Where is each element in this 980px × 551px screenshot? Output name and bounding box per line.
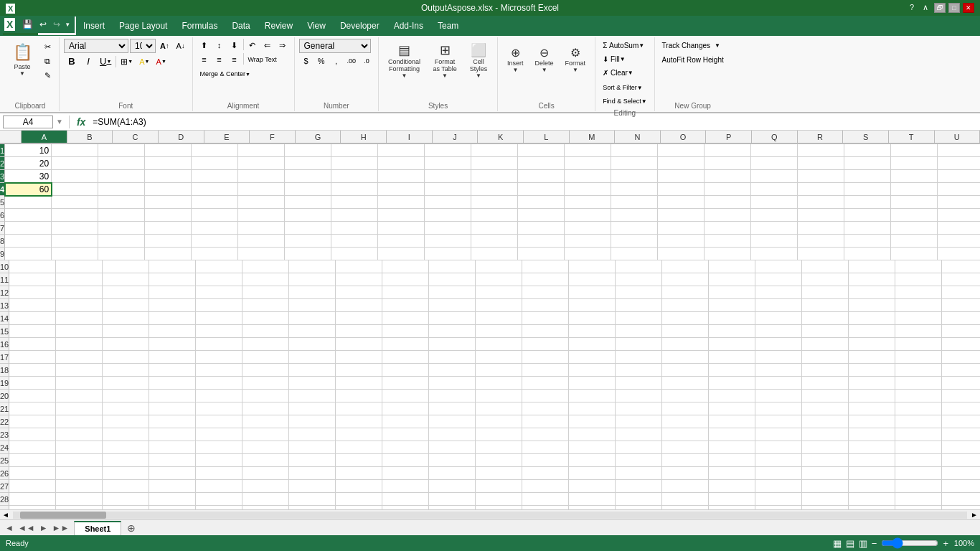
- cell-M2[interactable]: [565, 157, 611, 170]
- font-color-btn[interactable]: A▼: [154, 55, 169, 68]
- col-header-T[interactable]: T: [889, 131, 935, 143]
- cell-D3[interactable]: [145, 170, 192, 183]
- cell-reference-box[interactable]: A4: [3, 116, 53, 128]
- cell-G2[interactable]: [285, 157, 331, 170]
- col-header-K[interactable]: K: [478, 131, 524, 143]
- cell-I3[interactable]: [378, 170, 425, 183]
- cell-A2[interactable]: 20: [5, 157, 52, 170]
- menu-review[interactable]: Review: [258, 19, 300, 33]
- scroll-right-btn[interactable]: ►: [969, 511, 980, 519]
- cell-C3[interactable]: [98, 170, 145, 183]
- col-header-O[interactable]: O: [661, 131, 707, 143]
- col-header-H[interactable]: H: [341, 131, 387, 143]
- sheet-tab-add[interactable]: ⊕: [123, 522, 140, 534]
- cell-C1[interactable]: [98, 144, 145, 157]
- sheet-tab-sheet1[interactable]: Sheet1: [74, 521, 121, 535]
- cell-N4[interactable]: [611, 183, 658, 196]
- cell-G4[interactable]: [285, 183, 331, 196]
- menu-data[interactable]: Data: [225, 19, 257, 33]
- font-name-select[interactable]: Arial: [64, 39, 128, 53]
- col-header-B[interactable]: B: [67, 131, 113, 143]
- delete-cells-btn[interactable]: ⊖ Delete ▼: [530, 39, 559, 80]
- col-header-N[interactable]: N: [615, 131, 661, 143]
- cell-I4[interactable]: [378, 183, 425, 196]
- cell-S3[interactable]: [844, 170, 891, 183]
- cell-J3[interactable]: [425, 170, 471, 183]
- font-size-select[interactable]: 10: [130, 39, 156, 53]
- cell-P4[interactable]: [705, 183, 751, 196]
- cell-B3[interactable]: [52, 170, 98, 183]
- indent-btn[interactable]: ⇐: [260, 39, 275, 52]
- cell-K2[interactable]: [471, 157, 518, 170]
- cell-L1[interactable]: [518, 144, 565, 157]
- grid-scroll-area[interactable]: 1 10: [0, 144, 980, 509]
- zoom-out-btn[interactable]: −: [872, 538, 877, 549]
- horizontal-scrollbar[interactable]: ◄ ►: [0, 509, 980, 519]
- wrap-text-btn[interactable]: Wrap Text: [245, 53, 280, 66]
- zoom-level[interactable]: 100%: [953, 539, 974, 547]
- clear-btn[interactable]: ✗ Clear ▼: [600, 66, 636, 79]
- align-bottom-btn[interactable]: ⬇: [227, 39, 242, 52]
- cell-P1[interactable]: [705, 144, 751, 157]
- cell-P3[interactable]: [705, 170, 751, 183]
- cell-M4[interactable]: [565, 183, 611, 196]
- cell-E3[interactable]: [192, 170, 238, 183]
- row-num-2[interactable]: 2: [0, 157, 5, 170]
- sheet-nav-first[interactable]: ◄◄: [16, 523, 37, 533]
- cell-N1[interactable]: [611, 144, 658, 157]
- col-header-A[interactable]: A: [22, 131, 67, 143]
- sort-filter-btn[interactable]: Sort & Filter ▼: [600, 81, 645, 94]
- cell-T2[interactable]: [891, 157, 938, 170]
- borders-button[interactable]: ⊞▼: [118, 55, 136, 68]
- col-header-U[interactable]: U: [935, 131, 981, 143]
- underline-button[interactable]: U▼: [97, 55, 114, 68]
- cell-S2[interactable]: [844, 157, 891, 170]
- cell-B2[interactable]: [52, 157, 98, 170]
- help-btn[interactable]: ?: [907, 3, 917, 13]
- cell-L3[interactable]: [518, 170, 565, 183]
- cell-A1[interactable]: 10: [5, 144, 52, 157]
- col-header-P[interactable]: P: [706, 131, 752, 143]
- cell-U1[interactable]: [938, 144, 980, 157]
- cell-T3[interactable]: [891, 170, 938, 183]
- fill-color-btn[interactable]: A▼: [136, 55, 152, 68]
- increase-font-btn[interactable]: A↑: [157, 39, 172, 52]
- cell-F3[interactable]: [238, 170, 285, 183]
- zoom-in-btn[interactable]: +: [943, 538, 948, 549]
- cell-T1[interactable]: [891, 144, 938, 157]
- scroll-left-btn[interactable]: ◄: [0, 511, 11, 519]
- cell-E1[interactable]: [192, 144, 238, 157]
- row-num-4[interactable]: 4: [0, 183, 5, 196]
- align-right-btn[interactable]: ≡: [227, 53, 242, 66]
- number-format-select[interactable]: General: [299, 39, 371, 53]
- col-header-R[interactable]: R: [798, 131, 844, 143]
- sheet-nav-next[interactable]: ►: [37, 523, 50, 533]
- cell-R4[interactable]: [798, 183, 844, 196]
- col-header-Q[interactable]: Q: [752, 131, 798, 143]
- currency-btn[interactable]: $: [299, 55, 314, 67]
- row-num-5[interactable]: 5: [0, 196, 5, 209]
- menu-addins[interactable]: Add-Ins: [387, 19, 430, 33]
- menu-insert[interactable]: Insert: [76, 19, 112, 33]
- cell-U2[interactable]: [938, 157, 980, 170]
- cell-D4[interactable]: [145, 183, 192, 196]
- qa-dropdown[interactable]: ▼: [65, 22, 70, 28]
- increase-decimal-btn[interactable]: .00: [344, 55, 359, 67]
- window-close-btn[interactable]: ✕: [963, 3, 974, 13]
- cell-A4[interactable]: 60: [5, 183, 52, 196]
- cell-D2[interactable]: [145, 157, 192, 170]
- cell-B1[interactable]: [52, 144, 98, 157]
- col-header-I[interactable]: I: [387, 131, 433, 143]
- align-top-btn[interactable]: ⬆: [197, 39, 212, 52]
- cell-styles-btn[interactable]: ⬜ CellStyles ▼: [464, 39, 493, 83]
- cell-H4[interactable]: [331, 183, 378, 196]
- outdent-btn[interactable]: ⇒: [275, 39, 290, 52]
- align-center-btn[interactable]: ≡: [212, 53, 227, 66]
- cell-A5[interactable]: [5, 196, 52, 209]
- align-middle-btn[interactable]: ↕: [212, 39, 227, 52]
- autofit-row-btn[interactable]: AutoFit Row Height: [659, 53, 727, 66]
- text-direction-btn[interactable]: ↶: [245, 39, 260, 52]
- zoom-slider[interactable]: [881, 540, 938, 547]
- cell-I2[interactable]: [378, 157, 425, 170]
- cell-O3[interactable]: [658, 170, 705, 183]
